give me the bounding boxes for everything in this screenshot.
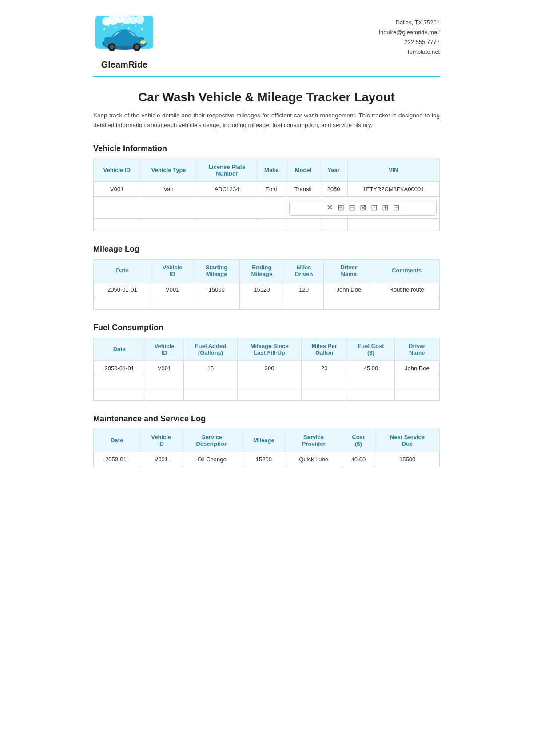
th-fuel-vehicle-id: VehicleID — [145, 338, 183, 360]
mileage-empty-row — [94, 297, 440, 309]
cell-ml-comments: Routine route — [374, 282, 440, 297]
fuel-empty-row2 — [94, 388, 440, 400]
fuel-header-row: Date VehicleID Fuel Added(Gallons) Milea… — [94, 338, 440, 360]
cell-fuel-date: 2050-01-01 — [94, 360, 145, 376]
table-icon-1[interactable]: ⊞ — [338, 203, 344, 212]
empty-cell — [145, 388, 183, 400]
mileage-log-title: Mileage Log — [93, 244, 440, 254]
close-icon[interactable]: ✕ — [326, 203, 333, 212]
th-mileage-since: Mileage SinceLast Fill-Up — [238, 338, 302, 360]
vehicle-empty-row — [94, 218, 440, 231]
empty-cell — [238, 376, 302, 388]
mileage-log-section: Mileage Log Date VehicleID StartingMilea… — [93, 244, 440, 310]
cell-maint-date: 2050-01- — [94, 452, 140, 467]
th-mpg: Miles PerGallon — [301, 338, 347, 360]
th-model: Model — [286, 159, 320, 181]
empty-cell — [94, 388, 145, 400]
svg-point-19 — [135, 45, 139, 49]
cell-fuel-cost: 45.00 — [347, 360, 394, 376]
empty-cell — [284, 297, 324, 309]
mileage-header-row: Date VehicleID StartingMileage EndingMil… — [94, 259, 440, 282]
th-vin: VIN — [347, 159, 440, 181]
empty-cell — [94, 297, 151, 309]
mileage-log-table: Date VehicleID StartingMileage EndingMil… — [93, 259, 440, 310]
svg-point-13 — [141, 28, 143, 30]
fuel-table-row: 2050-01-01 V001 15 300 20 45.00 John Doe — [94, 360, 440, 376]
vehicle-information-title: Vehicle Information — [93, 144, 440, 153]
cell-ml-ending: 15120 — [239, 282, 284, 297]
toolbar-row: ✕ ⊞ ⊟ ⊠ ⊡ ⊞ ⊟ — [94, 196, 440, 218]
th-fuel-driver: DriverName — [394, 338, 439, 360]
empty-cell — [238, 388, 302, 400]
empty-cell — [94, 218, 140, 231]
th-license-plate: License PlateNumber — [197, 159, 257, 181]
company-website: Template.net — [379, 47, 440, 57]
maintenance-log-section: Maintenance and Service Log Date Vehicle… — [93, 414, 440, 467]
empty-cell — [394, 388, 439, 400]
th-year: Year — [320, 159, 347, 181]
empty-cell — [394, 376, 439, 388]
maintenance-log-table: Date VehicleID ServiceDescription Mileag… — [93, 429, 440, 467]
empty-cell — [301, 388, 347, 400]
company-email: inquire@gleamride.mail — [379, 28, 440, 37]
cell-vehicle-id: V001 — [94, 181, 140, 196]
maintenance-header-row: Date VehicleID ServiceDescription Mileag… — [94, 429, 440, 452]
cell-fuel-mileage-since: 300 — [238, 360, 302, 376]
th-date: Date — [94, 259, 151, 282]
empty-cell — [286, 218, 320, 231]
fuel-empty-row1 — [94, 376, 440, 388]
th-comments: Comments — [374, 259, 440, 282]
fuel-consumption-table: Date VehicleID Fuel Added(Gallons) Milea… — [93, 338, 440, 401]
svg-point-17 — [110, 45, 114, 49]
th-cost: Cost($) — [342, 429, 375, 452]
cell-fuel-driver: John Doe — [394, 360, 439, 376]
cell-plate: ABC1234 — [197, 181, 257, 196]
empty-cell — [320, 218, 347, 231]
cell-maint-next-due: 15500 — [375, 452, 440, 467]
th-miles-driven: MilesDriven — [284, 259, 324, 282]
document-description: Keep track of the vehicle details and th… — [93, 111, 440, 131]
th-vehicle-id-ml: VehicleID — [151, 259, 194, 282]
th-next-service: Next ServiceDue — [375, 429, 440, 452]
icon-toolbar-cell[interactable]: ✕ ⊞ ⊟ ⊠ ⊡ ⊞ ⊟ — [286, 196, 440, 218]
empty-cell — [183, 376, 238, 388]
th-starting-mileage: StartingMileage — [194, 259, 239, 282]
table-icon-4[interactable]: ⊡ — [371, 203, 378, 212]
th-fuel-added: Fuel Added(Gallons) — [183, 338, 238, 360]
svg-point-10 — [122, 24, 123, 26]
empty-cell — [145, 376, 183, 388]
cell-maint-provider: Quick Lube — [286, 452, 342, 467]
svg-point-9 — [115, 27, 116, 28]
cell-fuel-added: 15 — [183, 360, 238, 376]
cell-maint-service: Oil Change — [182, 452, 242, 467]
table-icon-2[interactable]: ⊟ — [349, 203, 355, 212]
company-name: GleamRide — [101, 60, 147, 70]
cell-maint-vehicle-id: V001 — [140, 452, 182, 467]
empty-cell — [324, 297, 374, 309]
logo-area: GleamRide — [93, 13, 155, 70]
empty-cell — [347, 376, 394, 388]
cell-ml-date: 2050-01-01 — [94, 282, 151, 297]
th-maint-mileage: Mileage — [242, 429, 286, 452]
th-service-provider: ServiceProvider — [286, 429, 342, 452]
th-service-description: ServiceDescription — [182, 429, 242, 452]
th-maint-vehicle-id: VehicleID — [140, 429, 182, 452]
icon-toolbar[interactable]: ✕ ⊞ ⊟ ⊠ ⊡ ⊞ ⊟ — [289, 200, 437, 216]
empty-cell — [374, 297, 440, 309]
vehicle-table-header-row: Vehicle ID Vehicle Type License PlateNum… — [94, 159, 440, 181]
maintenance-log-title: Maintenance and Service Log — [93, 414, 440, 424]
svg-point-6 — [135, 15, 144, 24]
cell-make: Ford — [257, 181, 286, 196]
svg-point-8 — [108, 25, 110, 27]
svg-point-20 — [140, 40, 146, 44]
vehicle-table-row: V001 Van ABC1234 Ford Transit 2050 1FTYR… — [94, 181, 440, 196]
table-icon-5[interactable]: ⊞ — [382, 203, 389, 212]
th-maint-date: Date — [94, 429, 140, 452]
mileage-table-row: 2050-01-01 V001 15000 15120 120 John Doe… — [94, 282, 440, 297]
cell-maint-cost: 40.00 — [342, 452, 375, 467]
cell-vin: 1FTYR2CM3FKA00001 — [347, 181, 440, 196]
empty-cell — [140, 218, 197, 231]
table-icon-3[interactable]: ⊠ — [360, 203, 366, 212]
empty-cell — [257, 218, 286, 231]
table-icon-6[interactable]: ⊟ — [393, 203, 400, 212]
